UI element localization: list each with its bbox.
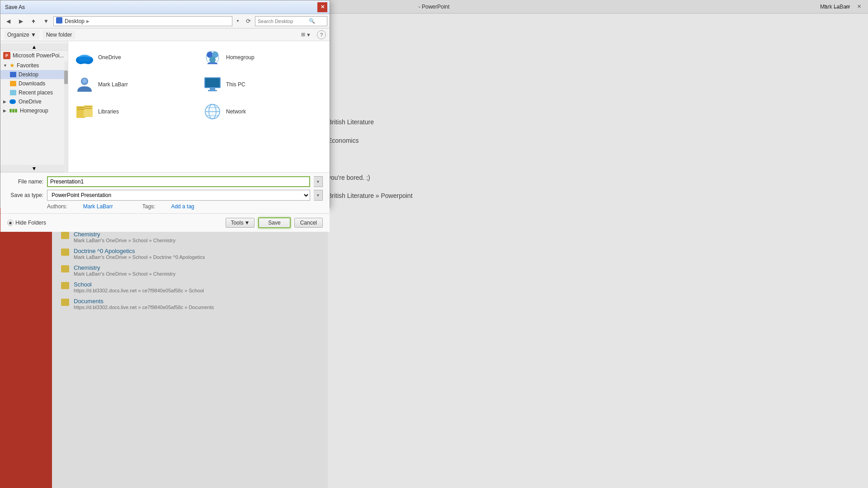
path-text: Desktop	[65, 18, 85, 24]
search-input[interactable]	[258, 19, 307, 24]
nav-panel: ▲ P Microsoft PowerPoi... ▼ ★ Favorites …	[0, 41, 68, 172]
filename-label: File name:	[7, 178, 43, 185]
svg-rect-20	[85, 108, 92, 109]
refresh-button[interactable]: ⟳	[243, 16, 253, 26]
svg-point-10	[82, 79, 87, 83]
downloads-icon	[10, 81, 16, 86]
dialog-form: File name: ▼ Save as type: PowerPoint Pr…	[0, 172, 330, 213]
file-item-libraries[interactable]: Libraries	[73, 100, 197, 123]
file-item-onedrive[interactable]: OneDrive	[73, 46, 197, 69]
save-button[interactable]: Save	[258, 217, 290, 228]
nav-item-recent[interactable]: Recent places	[0, 88, 68, 97]
svg-point-26	[205, 104, 220, 119]
back-button[interactable]: ◀	[3, 16, 14, 27]
dialog-title: Save As	[5, 4, 25, 10]
file-label: Homegroup	[226, 54, 255, 61]
view-icon: ⊞	[301, 32, 305, 38]
nav-item-desktop[interactable]: Desktop	[0, 70, 68, 79]
svg-rect-13	[210, 88, 215, 90]
add-tag-link[interactable]: Add a tag	[171, 203, 194, 210]
onedrive-label: OneDrive	[19, 99, 42, 105]
hide-folders-button[interactable]: ◉ Hide Folders	[7, 220, 46, 226]
dialog-titlebar: Save As ✕	[0, 0, 330, 14]
tools-label: Tools	[231, 220, 243, 226]
filename-dropdown-arrow[interactable]: ▼	[314, 176, 323, 187]
nav-favorites-header[interactable]: ▼ ★ Favorites	[0, 61, 68, 70]
expand-icon: ▶	[3, 99, 8, 104]
svg-rect-12	[205, 78, 220, 87]
svg-rect-14	[208, 90, 217, 91]
recent-label: Recent places	[19, 89, 53, 96]
file-icon-onedrive	[75, 48, 94, 66]
file-area: OneDrive Homegroup	[68, 41, 330, 172]
homegroup-label: Homegroup	[20, 108, 48, 114]
desktop-label: Desktop	[19, 71, 38, 78]
view-arrow: ▼	[306, 32, 311, 38]
file-item-pc[interactable]: This PC	[201, 73, 325, 96]
favorites-star-icon: ★	[9, 62, 15, 69]
dialog-body: ▲ P Microsoft PowerPoi... ▼ ★ Favorites …	[0, 41, 330, 172]
search-box: 🔍	[255, 16, 327, 26]
onedrive-icon	[9, 99, 16, 104]
tools-button[interactable]: Tools ▼	[226, 218, 255, 228]
file-label: OneDrive	[98, 54, 121, 61]
hide-folders-icon: ◉	[7, 220, 14, 226]
favorites-label: Favorites	[17, 62, 39, 69]
tags-label: Tags:	[142, 203, 156, 210]
search-icon: 🔍	[309, 18, 315, 24]
up-button[interactable]	[28, 16, 39, 27]
nav-onedrive-header[interactable]: ▶ OneDrive	[0, 97, 68, 106]
svg-point-6	[209, 56, 216, 63]
nav-scroll-up[interactable]: ▲	[0, 43, 68, 51]
file-icon-libraries	[75, 103, 94, 121]
file-icon-network	[203, 103, 222, 121]
file-icon-pc	[203, 75, 222, 94]
ppt-icon: P	[3, 52, 10, 59]
file-icon-user	[75, 75, 94, 94]
forward-button[interactable]: ▶	[15, 16, 26, 27]
filename-row: File name: ▼	[7, 176, 323, 187]
organize-button[interactable]: Organize ▼	[4, 30, 39, 39]
path-dropdown-button[interactable]: ▼	[234, 16, 241, 26]
nav-item-downloads[interactable]: Downloads	[0, 79, 68, 88]
downloads-label: Downloads	[19, 80, 45, 87]
cancel-button[interactable]: Cancel	[294, 218, 323, 228]
author-name[interactable]: Mark LaBarr	[83, 203, 113, 210]
filetype-dropdown-arrow[interactable]: ▼	[314, 190, 323, 201]
form-meta: Authors: Mark LaBarr Tags: Add a tag	[47, 203, 323, 210]
ppt-label: Microsoft PowerPoi...	[13, 52, 64, 59]
file-item-homegroup[interactable]: Homegroup	[201, 46, 325, 69]
nav-item-ppt[interactable]: P Microsoft PowerPoi...	[0, 51, 68, 61]
filetype-select[interactable]: PowerPoint Presentation	[47, 190, 310, 201]
file-label: Libraries	[98, 108, 119, 115]
expand-icon: ▶	[3, 108, 8, 113]
file-icon-homegroup	[203, 48, 222, 66]
svg-rect-17	[77, 107, 85, 108]
nav-scroll-down[interactable]: ▼	[0, 165, 68, 172]
nav-homegroup-header[interactable]: ▶ Homegroup	[0, 106, 68, 115]
address-path[interactable]: Desktop ▶	[53, 16, 232, 26]
new-folder-button[interactable]: New folder	[43, 30, 75, 39]
nav-scrollbar-thumb	[64, 70, 68, 84]
dialog-overlay: Save As ✕ ◀ ▶ ▼ Desktop ▶ ▼ ⟳ 🔍	[0, 0, 868, 488]
file-item-user[interactable]: Mark LaBarr	[73, 73, 197, 96]
svg-rect-19	[77, 109, 85, 110]
file-label: Network	[226, 108, 246, 115]
svg-point-3	[76, 56, 93, 64]
recent-icon	[10, 90, 16, 95]
dialog-footer: ◉ Hide Folders Tools ▼ Save Cancel	[0, 213, 330, 232]
footer-actions: Tools ▼ Save Cancel	[226, 217, 323, 228]
view-button[interactable]: ⊞ ▼	[299, 30, 313, 39]
dialog-close-button[interactable]: ✕	[317, 2, 327, 12]
file-item-network[interactable]: Network	[201, 100, 325, 123]
help-button[interactable]: ?	[317, 30, 326, 39]
filetype-label: Save as type:	[7, 192, 43, 198]
addr-dropdown-button[interactable]: ▼	[41, 16, 52, 27]
expand-icon: ▼	[3, 63, 8, 68]
desktop-path-icon	[56, 17, 62, 23]
path-arrow: ▶	[86, 19, 90, 23]
filename-input[interactable]	[47, 176, 310, 187]
svg-rect-18	[85, 106, 92, 107]
nav-scrollbar[interactable]	[64, 61, 68, 172]
address-bar: ◀ ▶ ▼ Desktop ▶ ▼ ⟳ 🔍	[0, 14, 330, 28]
